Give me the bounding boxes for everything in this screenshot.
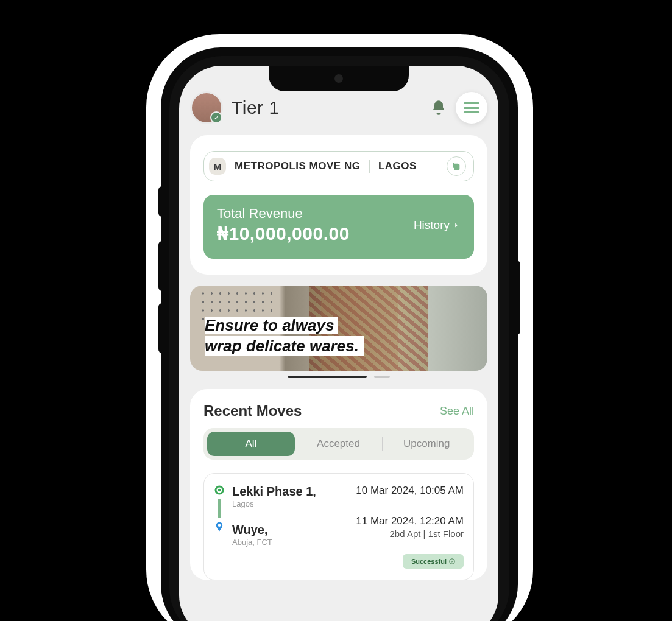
check-circle-icon [449, 558, 455, 564]
banner-line-2: wrap delicate wares. [205, 336, 364, 356]
status-badge: Successful [403, 554, 464, 569]
copy-button[interactable] [447, 156, 466, 176]
svg-point-1 [218, 489, 221, 492]
app-content: ✓ Tier 1 M METROPOLIS MOVE NG LAGOS [179, 66, 498, 580]
recent-header: Recent Moves See All [203, 402, 474, 419]
recent-title: Recent Moves [203, 402, 302, 419]
route-line [218, 499, 221, 518]
origin-pin-icon [214, 485, 225, 496]
tab-upcoming[interactable]: Upcoming [383, 432, 470, 456]
carousel-dot-1[interactable] [288, 376, 367, 378]
recent-moves-card: Recent Moves See All All Accepted Upcomi… [190, 389, 487, 580]
dest-datetime: 11 Mar 2024, 12:20 AM [356, 515, 464, 527]
notifications-button[interactable] [430, 99, 447, 116]
bell-icon [430, 99, 447, 116]
divider [369, 160, 370, 173]
origin-text: Lekki Phase 1, Lagos [232, 485, 316, 508]
revenue-left: Total Revenue ₦10,000,000.00 [217, 206, 350, 244]
tab-all[interactable]: All [207, 432, 295, 456]
move-card[interactable]: Lekki Phase 1, Lagos Wuye, Abuja, FCT 10… [203, 473, 474, 580]
phone-screen: ✓ Tier 1 M METROPOLIS MOVE NG LAGOS [179, 66, 498, 621]
phone-button-power [517, 261, 520, 335]
carousel-dots [190, 376, 487, 378]
banner-line-1: Ensure to always [205, 317, 338, 334]
revenue-amount: ₦10,000,000.00 [217, 223, 350, 244]
status-row: Successful [214, 554, 464, 569]
origin-area: Lekki Phase 1, [232, 485, 316, 498]
dest-area: Wuye, [232, 523, 316, 536]
status-label: Successful [411, 558, 447, 565]
dest-city: Abuja, FCT [232, 538, 316, 547]
dest-meta: 2bd Apt | 1st Floor [356, 528, 464, 539]
header-left: ✓ Tier 1 [190, 91, 280, 124]
summary-card: M METROPOLIS MOVE NG LAGOS Total Revenue… [190, 135, 487, 275]
tier-label: Tier 1 [232, 97, 280, 118]
copy-icon [451, 161, 461, 171]
header-right [430, 92, 487, 124]
chevron-right-icon [452, 221, 461, 230]
revenue-box: Total Revenue ₦10,000,000.00 History [203, 195, 474, 259]
company-city: LAGOS [378, 160, 417, 172]
banner-text: Ensure to always wrap delicate wares. [205, 317, 364, 356]
move-dates: 10 Mar 2024, 10:05 AM 11 Mar 2024, 12:20… [356, 485, 464, 539]
app-header: ✓ Tier 1 [190, 91, 487, 124]
tip-banner[interactable]: Ensure to always wrap delicate wares. [190, 286, 487, 371]
history-label: History [414, 219, 450, 232]
dest-text: Wuye, Abuja, FCT [232, 523, 316, 547]
svg-point-2 [450, 559, 454, 564]
phone-button-vol-down [158, 303, 162, 353]
phone-button-silence [158, 186, 162, 217]
phone-button-vol-up [158, 241, 162, 291]
phone-notch [269, 66, 409, 91]
menu-button[interactable] [456, 92, 487, 124]
banner-wrap: Ensure to always wrap delicate wares. [190, 286, 487, 378]
dest-pin-icon [214, 521, 225, 532]
moves-filter-tabs: All Accepted Upcoming [203, 428, 474, 460]
see-all-link[interactable]: See All [440, 405, 474, 418]
hamburger-icon [464, 102, 479, 113]
revenue-label: Total Revenue [217, 206, 350, 222]
move-origin-row: Lekki Phase 1, Lagos Wuye, Abuja, FCT 10… [214, 485, 464, 547]
banner-decor [202, 289, 275, 320]
origin-city: Lagos [232, 499, 316, 508]
company-initial-badge: M [209, 158, 226, 175]
route-timeline [214, 485, 225, 532]
move-origin: Lekki Phase 1, Lagos Wuye, Abuja, FCT [214, 485, 316, 547]
carousel-dot-2[interactable] [374, 376, 390, 378]
company-chip: M METROPOLIS MOVE NG LAGOS [203, 151, 474, 181]
avatar[interactable]: ✓ [190, 91, 223, 124]
origin-datetime: 10 Mar 2024, 10:05 AM [356, 485, 464, 497]
tab-accepted[interactable]: Accepted [295, 432, 383, 456]
history-button[interactable]: History [414, 206, 461, 244]
company-name: METROPOLIS MOVE NG [235, 160, 360, 172]
verified-check-icon: ✓ [210, 111, 222, 124]
